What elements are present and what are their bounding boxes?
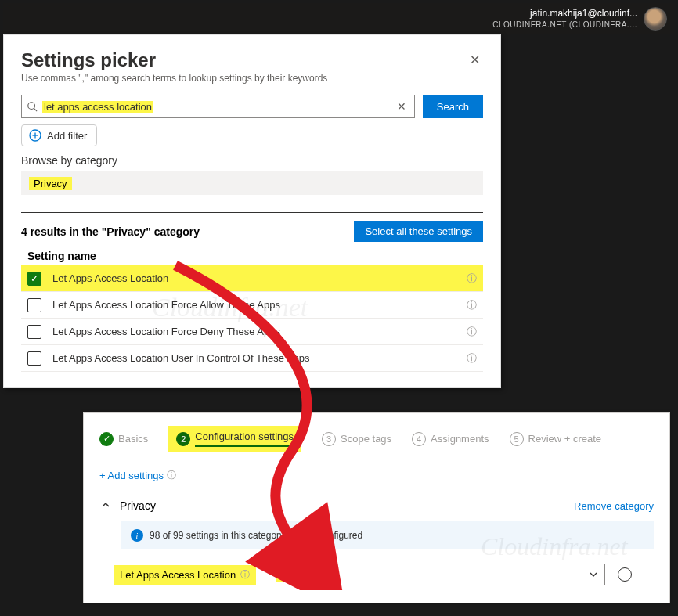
- svg-line-1: [34, 109, 38, 112]
- column-header-setting-name: Setting name: [27, 250, 483, 262]
- setting-row[interactable]: Let Apps Access Location User In Control…: [21, 345, 483, 372]
- browse-by-category-label: Browse by category: [21, 154, 483, 167]
- clear-search-icon[interactable]: ✕: [394, 100, 409, 113]
- results-count: 4 results in the "Privacy" category: [21, 225, 200, 238]
- tab-scope-label: Scope tags: [341, 433, 391, 445]
- divider: [21, 212, 483, 213]
- step-number: 2: [176, 432, 190, 446]
- setting-row[interactable]: ✓Let Apps Access Locationⓘ: [21, 265, 483, 292]
- setting-row[interactable]: Let Apps Access Location Force Deny Thes…: [21, 319, 483, 345]
- info-message-bar: i 98 of 99 settings in this category are…: [121, 521, 654, 549]
- step-number: 4: [412, 432, 426, 446]
- account-info[interactable]: jatin.makhija1@cloudinf... CLOUDINFRA.NE…: [492, 8, 637, 31]
- setting-row-label: Let Apps Access Location User In Control…: [52, 352, 456, 364]
- info-icon[interactable]: ⓘ: [467, 298, 477, 312]
- panel-title: Settings picker: [21, 49, 483, 71]
- info-icon: ⓘ: [167, 469, 176, 482]
- add-filter-button[interactable]: Add filter: [21, 124, 97, 146]
- search-query: let apps access location: [42, 101, 153, 113]
- tab-review-create[interactable]: 5 Review + create: [510, 432, 602, 446]
- category-bar[interactable]: Privacy: [21, 171, 483, 195]
- tab-scope-tags[interactable]: 3 Scope tags: [322, 432, 391, 446]
- tab-assign-label: Assignments: [431, 433, 489, 445]
- account-email: jatin.makhija1@cloudinf...: [492, 8, 637, 20]
- avatar[interactable]: [644, 7, 667, 31]
- checkbox[interactable]: [27, 325, 41, 339]
- panel-subtitle: Use commas "," among search terms to loo…: [21, 73, 483, 84]
- account-org: CLOUDINFRA.NET (CLOUDINFRA....: [492, 20, 637, 30]
- settings-picker-panel: ✕ Settings picker Use commas "," among s…: [3, 34, 501, 388]
- wizard-tabs: ✓ Basics 2 Configuration settings 3 Scop…: [99, 426, 654, 452]
- add-settings-label: + Add settings: [99, 470, 164, 481]
- remove-category-link[interactable]: Remove category: [574, 500, 654, 512]
- tab-assignments[interactable]: 4 Assignments: [412, 432, 489, 446]
- portal-header: jatin.makhija1@cloudinf... CLOUDINFRA.NE…: [3, 3, 675, 34]
- chevron-down-icon: [589, 570, 598, 579]
- dropdown-selected-value: Force allow.: [276, 568, 336, 582]
- info-message-text: 98 of 99 settings in this category are n…: [150, 530, 362, 541]
- svg-point-0: [28, 103, 35, 110]
- step-number: 3: [322, 432, 336, 446]
- setting-row-label: Let Apps Access Location Force Deny Thes…: [52, 326, 456, 337]
- step-number: 5: [510, 432, 524, 446]
- tab-review-label: Review + create: [528, 433, 602, 445]
- info-icon: i: [131, 529, 143, 542]
- info-icon[interactable]: ⓘ: [467, 272, 477, 286]
- checkbox[interactable]: ✓: [27, 272, 41, 286]
- tab-basics[interactable]: ✓ Basics: [99, 432, 148, 446]
- tab-configuration-settings[interactable]: 2 Configuration settings: [168, 426, 301, 452]
- setting-name-label: Let Apps Access Location ⓘ: [114, 565, 256, 585]
- search-input[interactable]: let apps access location ✕: [21, 95, 415, 118]
- info-icon[interactable]: ⓘ: [467, 325, 477, 339]
- category-chip: Privacy: [29, 177, 72, 190]
- checkbox[interactable]: [27, 298, 41, 312]
- chevron-up-icon[interactable]: [99, 499, 112, 512]
- info-icon[interactable]: ⓘ: [467, 351, 477, 366]
- search-button[interactable]: Search: [423, 95, 483, 118]
- setting-row-label: Let Apps Access Location Force Allow The…: [52, 299, 456, 311]
- configuration-panel: ✓ Basics 2 Configuration settings 3 Scop…: [83, 412, 670, 603]
- setting-value-dropdown[interactable]: Force allow.: [269, 564, 605, 585]
- tab-config-label: Configuration settings: [195, 430, 294, 447]
- tab-basics-label: Basics: [118, 433, 148, 445]
- checkbox[interactable]: [27, 351, 41, 366]
- plus-icon: [28, 128, 42, 142]
- setting-row[interactable]: Let Apps Access Location Force Allow The…: [21, 292, 483, 319]
- select-all-button[interactable]: Select all these settings: [354, 221, 483, 242]
- category-label: Privacy: [120, 499, 574, 512]
- add-filter-label: Add filter: [47, 130, 87, 142]
- close-button[interactable]: ✕: [467, 49, 483, 70]
- add-settings-link[interactable]: + Add settings ⓘ: [99, 469, 176, 482]
- remove-setting-button[interactable]: –: [618, 567, 632, 582]
- setting-row-label: Let Apps Access Location: [52, 272, 456, 284]
- info-icon[interactable]: ⓘ: [240, 568, 250, 582]
- search-icon: [27, 101, 38, 112]
- check-icon: ✓: [99, 432, 114, 446]
